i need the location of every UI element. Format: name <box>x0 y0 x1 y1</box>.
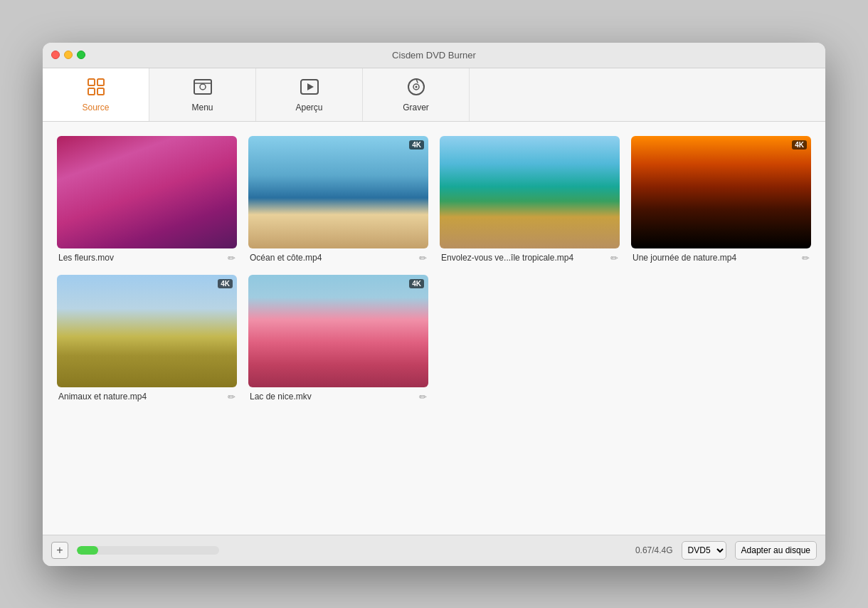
video-card-3[interactable]: Envolez-vous ve...île tropicale.mp4✏ <box>440 136 620 263</box>
tab-graver-label: Graver <box>403 103 429 112</box>
svg-rect-2 <box>88 88 95 95</box>
disc-icon <box>406 77 426 100</box>
svg-point-11 <box>415 85 417 88</box>
video-card-4[interactable]: 4KUne journée de nature.mp4✏ <box>631 136 811 263</box>
video-info: Animaux et nature.mp4✏ <box>57 392 237 402</box>
video-thumbnail <box>57 136 237 248</box>
video-name: Animaux et nature.mp4 <box>58 392 223 402</box>
video-card-1[interactable]: Les fleurs.mov✏ <box>57 136 237 263</box>
minimize-button[interactable] <box>64 51 73 59</box>
tab-graver[interactable]: Graver <box>363 68 470 121</box>
svg-rect-1 <box>97 79 104 85</box>
svg-rect-4 <box>194 80 211 94</box>
edit-icon[interactable]: ✏ <box>419 253 427 263</box>
menu-icon <box>193 77 213 100</box>
video-name: Les fleurs.mov <box>58 253 223 263</box>
video-name: Océan et côte.mp4 <box>250 253 415 263</box>
progress-fill <box>77 546 98 555</box>
tab-source-label: Source <box>82 103 109 112</box>
video-name: Une journée de nature.mp4 <box>633 253 798 263</box>
play-icon <box>300 77 319 100</box>
svg-rect-0 <box>88 79 95 85</box>
toolbar: Source Menu Aperçu <box>43 68 825 122</box>
tab-apercu[interactable]: Aperçu <box>256 68 363 121</box>
adapt-button[interactable]: Adapter au disque <box>735 541 817 560</box>
video-thumbnail: 4K <box>248 275 428 387</box>
video-thumbnail: 4K <box>57 275 237 387</box>
edit-icon[interactable]: ✏ <box>610 253 618 263</box>
video-info: Océan et côte.mp4✏ <box>248 253 428 263</box>
video-thumbnail: 4K <box>631 136 811 248</box>
tab-source[interactable]: Source <box>43 68 149 121</box>
4k-badge: 4K <box>409 279 424 288</box>
video-name: Envolez-vous ve...île tropicale.mp4 <box>441 253 606 263</box>
4k-badge: 4K <box>218 279 233 288</box>
4k-badge: 4K <box>409 140 424 150</box>
video-card-5[interactable]: 4KAnimaux et nature.mp4✏ <box>57 275 237 402</box>
video-name: Lac de nice.mkv <box>250 392 415 402</box>
storage-label: 0.67/4.4G <box>635 545 673 555</box>
video-grid: Les fleurs.mov✏4KOcéan et côte.mp4✏Envol… <box>43 122 825 535</box>
app-window: Cisdem DVD Burner Source <box>43 43 825 566</box>
video-card-6[interactable]: 4KLac de nice.mkv✏ <box>248 275 428 402</box>
traffic-lights <box>51 51 85 59</box>
video-info: Une journée de nature.mp4✏ <box>631 253 811 263</box>
edit-icon[interactable]: ✏ <box>802 253 810 263</box>
video-card-2[interactable]: 4KOcéan et côte.mp4✏ <box>248 136 428 263</box>
bottom-bar: + 0.67/4.4G DVD5 DVD9 Adapter au disque <box>43 535 825 566</box>
edit-icon[interactable]: ✏ <box>228 392 235 402</box>
svg-marker-8 <box>307 83 314 90</box>
video-info: Lac de nice.mkv✏ <box>248 392 428 402</box>
close-button[interactable] <box>51 51 60 59</box>
video-thumbnail <box>440 136 620 248</box>
add-video-button[interactable]: + <box>51 542 68 559</box>
titlebar: Cisdem DVD Burner <box>43 43 825 68</box>
video-info: Les fleurs.mov✏ <box>57 253 237 263</box>
svg-rect-3 <box>97 88 104 95</box>
edit-icon[interactable]: ✏ <box>228 253 235 263</box>
progress-bar <box>77 546 219 555</box>
svg-point-5 <box>200 84 206 90</box>
tab-menu[interactable]: Menu <box>149 68 256 121</box>
video-info: Envolez-vous ve...île tropicale.mp4✏ <box>440 253 620 263</box>
grid-icon <box>86 77 106 100</box>
tab-apercu-label: Aperçu <box>295 103 322 112</box>
video-thumbnail: 4K <box>248 136 428 248</box>
maximize-button[interactable] <box>77 51 85 59</box>
dvd-select[interactable]: DVD5 DVD9 <box>682 541 726 560</box>
window-title: Cisdem DVD Burner <box>392 50 476 61</box>
edit-icon[interactable]: ✏ <box>419 392 427 402</box>
tab-menu-label: Menu <box>191 103 213 112</box>
4k-badge: 4K <box>792 140 807 150</box>
